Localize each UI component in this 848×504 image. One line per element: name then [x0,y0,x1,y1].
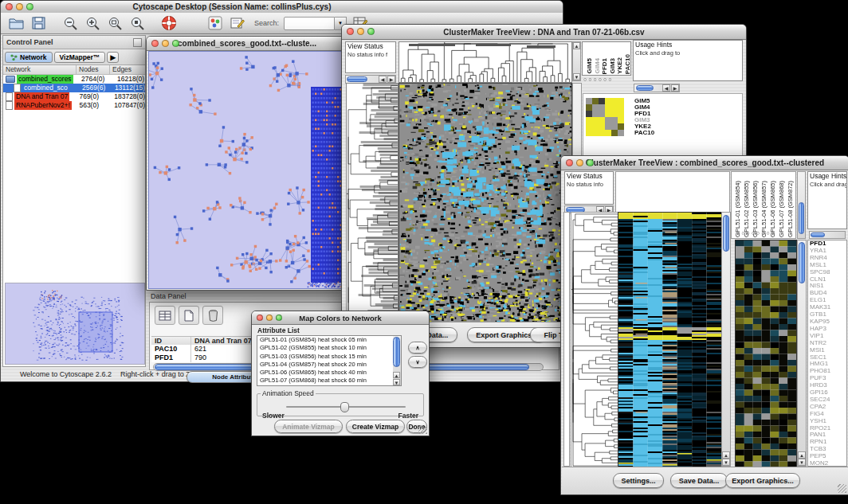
matrix-cell[interactable] [618,111,624,117]
zoom-fit-icon[interactable] [106,14,124,32]
treeview-combined-titlebar[interactable]: ClusterMaker TreeView : combined_scores_… [561,156,848,170]
scroll-left-icon[interactable]: ◀ [662,84,670,92]
minimize-button[interactable] [576,159,583,166]
matrix-cell[interactable] [618,117,624,123]
matrix-cell[interactable] [592,117,599,123]
matrix-cell[interactable] [586,130,592,136]
matrix-cell[interactable] [611,130,618,136]
matrix-cell[interactable] [605,111,611,117]
zoom-heatmap[interactable] [735,240,797,468]
zoom-button[interactable] [587,159,594,166]
network-graph-canvas[interactable] [148,51,346,289]
delete-attribute-trash-icon[interactable] [202,306,223,325]
matrix-cell[interactable] [611,123,618,130]
help-lifering-icon[interactable] [160,14,178,32]
network-row[interactable]: combined_scores2764(0)16218(0) [3,75,145,84]
animate-vizmap-button[interactable]: Animate Vizmap [274,420,343,433]
matrix-cell[interactable] [586,98,592,104]
usage-hints-hscrollbar[interactable] [809,231,846,239]
move-up-button[interactable]: ∧ [408,342,427,354]
close-button[interactable] [566,159,573,166]
scroll-thumb[interactable] [799,242,805,283]
network-view-titlebar[interactable]: combined_scores_good.txt--cluste... [147,37,347,51]
resize-grip[interactable] [838,484,846,493]
minimize-button[interactable] [266,315,273,321]
plugins-icon[interactable] [206,14,224,32]
close-button[interactable] [151,40,159,47]
matrix-cell[interactable] [586,123,592,130]
scroll-thumb[interactable] [799,202,804,234]
attribute-list-item[interactable]: GPL51-04 (GSM857) heat shock 20 min [257,361,401,369]
matrix-cell[interactable] [611,104,618,111]
open-session-button[interactable] [7,14,25,32]
matrix-cell[interactable] [611,111,618,117]
matrix-cell[interactable] [599,104,605,111]
matrix-cell[interactable] [611,98,618,104]
scroll-down-icon[interactable]: ▼ [393,379,400,385]
scroll-up-icon[interactable]: ▲ [393,372,400,378]
network-row[interactable]: combined_sco2569(6)13112(15) [3,84,145,92]
matrix-cell[interactable] [611,117,618,123]
tab-vizmapper[interactable]: VizMapper™ [54,52,106,63]
dendrogram-vscrollbar[interactable]: ▲ ▼ [572,41,581,81]
gene-label[interactable]: MON2 [810,460,846,467]
global-heatmap[interactable] [618,212,722,468]
minimize-button[interactable] [162,40,169,47]
column-dendrogram[interactable] [398,41,572,83]
gene-label-list[interactable]: PFD1YRA1RNR4MSL1SPC98CLN1NIS1BUD4ELG1MAK… [807,240,847,467]
scroll-up-icon[interactable]: ▲ [722,451,730,459]
tab-network[interactable]: Network [5,52,53,63]
scroll-up-icon[interactable]: ▲ [573,42,580,49]
scroll-left-icon[interactable]: ◀ [379,76,387,83]
search-input[interactable] [284,17,335,30]
attribute-list-item[interactable]: GPL51-02 (GSM855) heat shock 10 min [257,344,401,352]
create-vizmap-button[interactable]: Create Vizmap [346,420,405,433]
matrix-cell[interactable] [605,123,611,130]
heatmap-vscrollbar[interactable]: ▲ ▼ [721,212,731,467]
network-row[interactable]: DNA and Tran 07769(0)183728(0) [3,92,145,101]
scroll-thumb[interactable] [723,215,729,252]
matrix-cell[interactable] [599,98,605,104]
speed-slider-thumb[interactable] [340,402,349,412]
scroll-right-icon[interactable]: ▶ [671,84,679,92]
close-button[interactable] [347,28,354,35]
zoom-hscrollbar[interactable]: ◀ ▶ [634,84,680,92]
attribute-listbox[interactable]: GPL51-01 (GSM854) heat shock 05 minGPL51… [257,335,402,386]
tab-overflow-button[interactable]: ▶ [107,52,119,63]
scroll-down-icon[interactable]: ▼ [573,73,580,80]
close-button[interactable] [257,315,263,321]
annotation-icon[interactable] [229,14,246,32]
scroll-thumb[interactable] [393,337,400,367]
matrix-cell[interactable] [586,111,592,117]
row-dendrogram[interactable] [571,212,618,468]
attribute-list-item[interactable]: GPL51-03 (GSM856) heat shock 15 min [257,353,401,361]
global-heatmap[interactable] [398,83,572,323]
matrix-cell[interactable] [599,117,605,123]
network-overview-thumbnail[interactable] [5,283,145,365]
save-data-button[interactable]: Save Data... [670,473,728,488]
matrix-cell[interactable] [618,98,624,104]
zoom-in-icon[interactable] [84,14,101,32]
matrix-cell[interactable] [592,123,599,130]
scroll-right-icon[interactable]: ▶ [387,76,395,83]
row-dendrogram[interactable] [346,83,398,323]
zoom-button[interactable] [26,3,33,10]
matrix-cell[interactable] [605,98,611,104]
scroll-thumb[interactable] [347,76,367,82]
matrix-cell[interactable] [592,111,599,117]
zoom-button[interactable] [276,315,282,321]
attribute-list-item[interactable]: GPL51-06 (GSM865) heat shock 40 min [257,369,401,377]
dialog-titlebar[interactable]: Map Colors to Network [252,311,429,325]
save-session-button[interactable] [29,14,47,32]
minimize-button[interactable] [357,28,364,35]
zoom-selected-icon[interactable] [128,14,146,32]
scroll-down-icon[interactable]: ▼ [798,459,806,466]
matrix-cell[interactable] [592,130,599,136]
scroll-up-icon[interactable]: ▲ [798,451,806,459]
treeview-dna-titlebar[interactable]: ClusterMaker TreeView : DNA and Tran 07-… [342,25,746,40]
close-button[interactable] [6,3,13,10]
zoom-heatmap-matrix[interactable] [586,98,624,136]
matrix-cell[interactable] [586,117,592,123]
matrix-cell[interactable] [618,123,624,130]
cytoscape-titlebar[interactable]: Cytoscape Desktop (Session Name: collins… [1,1,563,14]
